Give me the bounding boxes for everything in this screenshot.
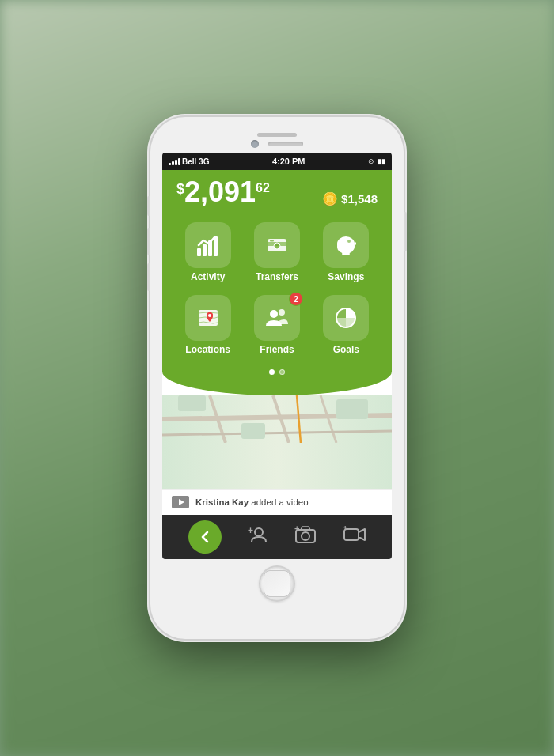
svg-text:+: +: [294, 525, 299, 533]
dot-2[interactable]: [279, 369, 285, 375]
locations-label: Locations: [185, 344, 230, 355]
svg-line-23: [162, 431, 392, 435]
back-arrow-icon: [198, 530, 212, 544]
phone-shell: Bell 3G 4:20 PM ⊙ ▮▮ $ 2,091 62: [150, 117, 404, 639]
time-display: 4:20 PM: [272, 157, 305, 166]
svg-point-10: [347, 240, 351, 243]
mute-button[interactable]: [147, 196, 150, 216]
add-photo-icon: +: [294, 525, 317, 544]
locations-icon-circle: [185, 295, 231, 341]
front-camera: [251, 140, 259, 148]
svg-text:+: +: [343, 526, 347, 531]
activity-label: Activity: [191, 271, 225, 282]
battery-icon: ▮▮: [378, 157, 385, 165]
balance-amount: 2,091: [184, 178, 256, 206]
activity-icon-item[interactable]: Activity: [173, 216, 242, 289]
balance-area: $ 2,091 62 🪙 $1,548: [162, 170, 392, 213]
svg-rect-24: [178, 395, 206, 411]
phone-screen: Bell 3G 4:20 PM ⊙ ▮▮ $ 2,091 62: [162, 153, 392, 559]
signal-icon: [169, 158, 180, 165]
map-strip: [162, 395, 392, 489]
locations-icon-item[interactable]: Locations: [173, 289, 242, 361]
friends-icon: [264, 305, 290, 331]
volume-down-button[interactable]: [147, 263, 150, 291]
add-video-button[interactable]: +: [343, 526, 366, 548]
pagination-dots: [162, 368, 392, 380]
status-left: Bell 3G: [169, 157, 209, 166]
svg-rect-0: [197, 248, 201, 256]
svg-point-16: [270, 310, 278, 318]
currency-symbol: $: [176, 181, 184, 198]
add-photo-icon-wrap: +: [294, 525, 317, 549]
transfers-icon-item[interactable]: Transfers: [242, 216, 311, 289]
bottom-toolbar: + +: [162, 515, 392, 559]
video-thumbnail-icon: [172, 496, 189, 508]
svg-point-28: [255, 528, 263, 536]
add-video-icon: +: [343, 526, 366, 543]
activity-icon: [195, 232, 221, 258]
secondary-balance-amount: $1,548: [341, 192, 378, 206]
add-video-icon-wrap: +: [343, 526, 366, 548]
main-balance: $ 2,091 62: [176, 178, 270, 206]
activity-user: Kristina Kay: [195, 497, 249, 507]
add-friend-icon-wrap: +: [248, 526, 268, 548]
green-section: $ 2,091 62 🪙 $1,548: [162, 170, 392, 395]
phone-bottom: [259, 559, 295, 607]
svg-rect-1: [203, 244, 207, 256]
phone-top: [150, 127, 404, 153]
goals-icon-item[interactable]: Goals: [312, 289, 381, 361]
svg-rect-11: [344, 251, 347, 253]
goals-label: Goals: [333, 344, 359, 355]
friends-icon-circle: 2: [254, 295, 300, 341]
svg-point-6: [274, 243, 280, 249]
add-friend-button[interactable]: +: [248, 526, 268, 548]
app-content: $ 2,091 62 🪙 $1,548: [162, 170, 392, 559]
svg-rect-7: [270, 240, 274, 242]
home-button[interactable]: [259, 565, 295, 602]
ear-speaker: [268, 142, 303, 146]
activity-icon-circle: [185, 222, 231, 268]
activity-action: added a video: [251, 497, 308, 507]
svg-rect-3: [214, 236, 218, 256]
locations-icon: [195, 305, 221, 331]
dot-1[interactable]: [269, 369, 275, 375]
location-icon: ⊙: [368, 157, 374, 165]
status-bar: Bell 3G 4:20 PM ⊙ ▮▮: [162, 153, 392, 170]
svg-line-22: [321, 395, 336, 443]
savings-icon-circle: [323, 222, 369, 268]
coins-icon: 🪙: [322, 191, 338, 206]
activity-text: Kristina Kay added a video: [195, 497, 309, 507]
svg-rect-25: [241, 423, 265, 439]
friends-label: Friends: [260, 344, 294, 355]
home-button-inner: [264, 570, 290, 597]
svg-rect-26: [336, 399, 368, 419]
savings-icon: [333, 232, 359, 258]
transfers-icon: [264, 232, 290, 258]
app-icon-grid: Activity Transfers: [162, 213, 392, 368]
status-right: ⊙ ▮▮: [368, 157, 385, 165]
svg-point-15: [208, 314, 211, 317]
add-photo-button[interactable]: +: [294, 525, 317, 549]
back-button[interactable]: [188, 520, 222, 554]
top-speaker: [257, 133, 297, 137]
svg-rect-12: [342, 253, 350, 255]
add-friend-icon: +: [248, 526, 268, 543]
transfers-icon-circle: [254, 222, 300, 268]
goals-icon: [333, 305, 359, 331]
secondary-balance: 🪙 $1,548: [322, 191, 378, 206]
svg-point-17: [279, 309, 285, 316]
map-lines-svg: [162, 395, 392, 443]
volume-up-button[interactable]: [147, 228, 150, 255]
svg-point-31: [302, 532, 309, 540]
activity-feed: Kristina Kay added a video: [162, 489, 392, 515]
friends-icon-item[interactable]: 2 Friends: [242, 289, 311, 361]
friends-badge: 2: [289, 292, 303, 306]
balance-cents: 62: [256, 181, 270, 195]
carrier-label: Bell 3G: [182, 157, 209, 166]
goals-icon-circle: [323, 295, 369, 341]
savings-icon-item[interactable]: Savings: [312, 216, 381, 289]
power-button[interactable]: [404, 212, 407, 251]
svg-text:+: +: [248, 526, 253, 536]
savings-label: Savings: [328, 271, 364, 282]
transfers-label: Transfers: [256, 271, 298, 282]
